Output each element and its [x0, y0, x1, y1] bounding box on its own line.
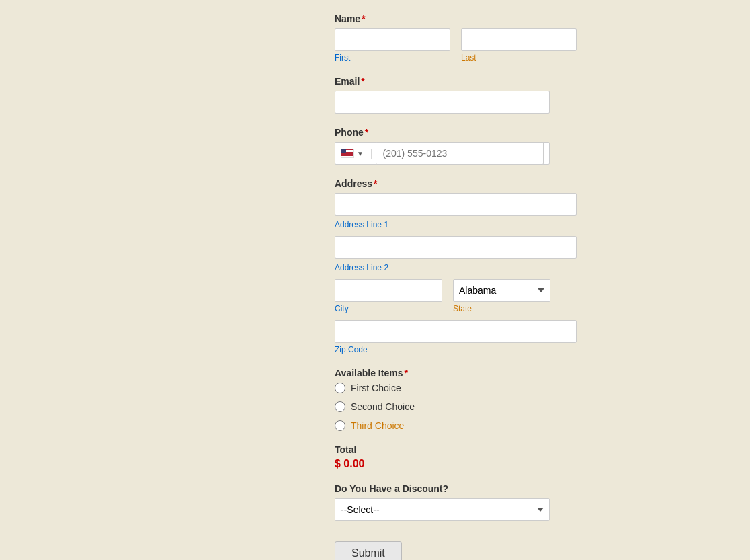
phone-field-group: Phone* ▼ |: [335, 127, 577, 165]
first-choice-label: First Choice: [351, 383, 401, 393]
third-choice-label: Third Choice: [351, 420, 404, 431]
phone-input[interactable]: [376, 142, 544, 165]
discount-field-group: Do You Have a Discount? --Select-- Yes N…: [335, 483, 577, 521]
email-field-group: Email*: [335, 76, 577, 114]
state-field-group: Alabama Alaska Arizona Arkansas Californ…: [453, 279, 550, 313]
first-name-sublabel: First: [335, 53, 450, 63]
city-sublabel: City: [335, 304, 442, 313]
state-sublabel: State: [453, 304, 550, 313]
discount-select[interactable]: --Select-- Yes No: [335, 498, 550, 521]
last-name-group: Last: [461, 28, 577, 63]
phone-flag-arrow: ▼: [357, 150, 364, 157]
address-label-text: Address: [335, 178, 372, 189]
third-choice-radio[interactable]: [335, 420, 345, 431]
zip-input[interactable]: [335, 320, 577, 343]
email-label-text: Email: [335, 76, 360, 87]
first-choice-radio[interactable]: [335, 383, 345, 393]
phone-country-selector[interactable]: ▼: [341, 149, 364, 158]
name-required: *: [362, 13, 365, 24]
first-choice-option[interactable]: First Choice: [335, 383, 577, 393]
total-value: $ 0.00: [335, 458, 577, 470]
address-line2-input[interactable]: [335, 236, 577, 259]
radio-group: First Choice Second Choice Third Choice: [335, 383, 577, 431]
phone-label: Phone*: [335, 127, 577, 138]
email-required: *: [361, 76, 364, 87]
last-name-sublabel: Last: [461, 53, 577, 63]
phone-label-text: Phone: [335, 127, 364, 138]
available-items-field-group: Available Items* First Choice Second Cho…: [335, 368, 577, 431]
name-label-text: Name: [335, 13, 360, 24]
second-choice-radio[interactable]: [335, 401, 345, 412]
available-items-required: *: [404, 368, 407, 378]
us-flag-icon: [341, 149, 354, 158]
email-input[interactable]: [335, 91, 550, 114]
available-items-label: Available Items*: [335, 368, 577, 378]
second-choice-option[interactable]: Second Choice: [335, 401, 577, 412]
submit-button[interactable]: Submit: [335, 541, 402, 560]
address-field-group: Address* Address Line 1 Address Line 2 C…: [335, 178, 577, 354]
name-field-group: Name* First Last: [335, 13, 577, 63]
address-label: Address*: [335, 178, 577, 189]
city-input[interactable]: [335, 279, 442, 302]
name-row: First Last: [335, 28, 577, 63]
last-name-input[interactable]: [461, 28, 577, 51]
submit-section: Submit: [335, 534, 577, 560]
third-choice-option[interactable]: Third Choice: [335, 420, 577, 431]
phone-input-wrapper: ▼ |: [335, 142, 550, 165]
phone-required: *: [365, 127, 368, 138]
phone-divider: |: [370, 148, 373, 159]
email-label: Email*: [335, 76, 577, 87]
address-line1-sublabel: Address Line 1: [335, 220, 577, 229]
total-label: Total: [335, 444, 577, 455]
second-choice-label: Second Choice: [351, 401, 415, 412]
zip-field-group: Zip Code: [335, 320, 577, 354]
total-section: Total $ 0.00: [335, 444, 577, 470]
first-name-group: First: [335, 28, 450, 63]
address-line1-input[interactable]: [335, 193, 577, 216]
address-required: *: [374, 178, 377, 189]
address-line2-sublabel: Address Line 2: [335, 263, 577, 272]
name-label: Name*: [335, 13, 577, 24]
first-name-input[interactable]: [335, 28, 450, 51]
city-field-group: City: [335, 279, 442, 313]
state-select[interactable]: Alabama Alaska Arizona Arkansas Californ…: [453, 279, 550, 302]
available-items-label-text: Available Items: [335, 368, 403, 378]
zip-sublabel: Zip Code: [335, 345, 577, 354]
city-state-row: City Alabama Alaska Arizona Arkansas Cal…: [335, 279, 577, 313]
discount-select-wrapper: --Select-- Yes No: [335, 498, 550, 521]
discount-label: Do You Have a Discount?: [335, 483, 577, 494]
